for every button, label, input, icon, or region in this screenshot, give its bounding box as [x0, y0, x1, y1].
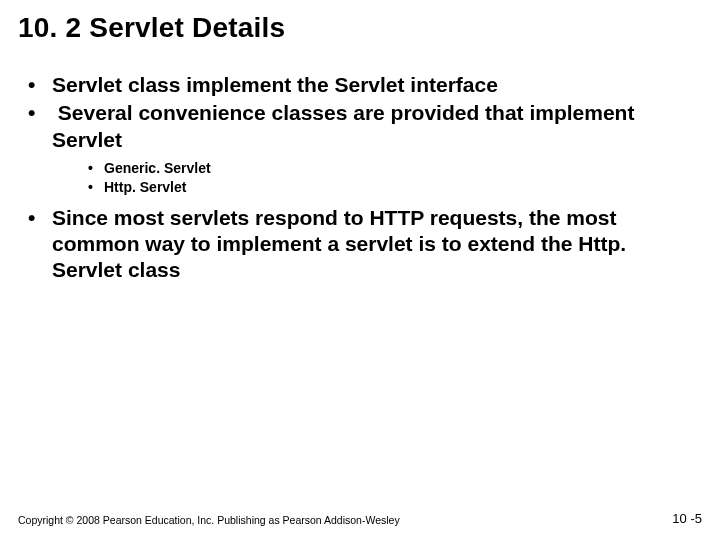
sub-bullet-item: Http. Servlet [88, 178, 696, 197]
footer-page-number: 10 -5 [672, 511, 702, 526]
bullet-text: Several convenience classes are provided… [52, 101, 634, 150]
sub-bullet-list: Generic. Servlet Http. Servlet [52, 159, 696, 197]
sub-bullet-item: Generic. Servlet [88, 159, 696, 178]
footer-copyright: Copyright © 2008 Pearson Education, Inc.… [18, 514, 400, 526]
bullet-item: Servlet class implement the Servlet inte… [28, 72, 696, 98]
bullet-item: Since most servlets respond to HTTP requ… [28, 205, 696, 284]
slide-title: 10. 2 Servlet Details [18, 12, 285, 44]
bullet-list: Servlet class implement the Servlet inte… [28, 72, 696, 283]
bullet-item: Several convenience classes are provided… [28, 100, 696, 196]
slide-body: Servlet class implement the Servlet inte… [28, 72, 696, 285]
slide: 10. 2 Servlet Details Servlet class impl… [0, 0, 720, 540]
